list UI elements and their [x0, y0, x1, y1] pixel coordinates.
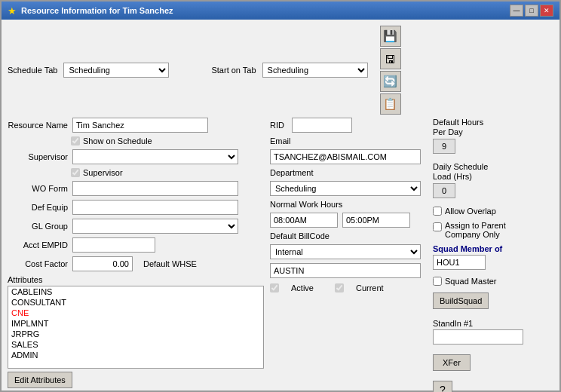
- supervisor-checkbox-row: Supervisor: [71, 168, 264, 177]
- def-equip-input[interactable]: [72, 200, 238, 215]
- default-billcode-input-row: Internal: [270, 244, 427, 259]
- default-billcode-label: Default BillCode: [270, 231, 330, 240]
- squad-master-checkbox[interactable]: [433, 277, 442, 286]
- rid-input[interactable]: [292, 118, 352, 133]
- start-on-tab-select[interactable]: Scheduling: [262, 63, 368, 78]
- daily-load-section: Daily Schedule Load (Hrs) 0: [433, 162, 488, 198]
- show-on-schedule-row: Show on Schedule: [71, 136, 264, 145]
- title-bar: ★ Resource Information for Tim Sanchez —…: [2, 2, 559, 20]
- list-item[interactable]: CONSULTANT: [8, 297, 263, 308]
- top-controls-row: Schedule Tab Scheduling Start on Tab Sch…: [8, 26, 553, 115]
- list-item[interactable]: CABLEINS: [8, 286, 263, 297]
- assign-parent-row: Assign to Parent Company Only: [433, 221, 506, 239]
- content-area: Schedule Tab Scheduling Start on Tab Sch…: [2, 20, 559, 392]
- start-on-tab-label: Start on Tab: [211, 66, 256, 75]
- acct-empid-input[interactable]: [72, 237, 155, 253]
- resource-name-row: Resource Name: [8, 118, 264, 133]
- left-column: Resource Name Show on Schedule Superviso…: [8, 118, 264, 392]
- email-input[interactable]: [270, 149, 421, 164]
- schedule-tab-label: Schedule Tab: [8, 66, 57, 75]
- active-checkbox: [270, 283, 279, 292]
- acct-empid-row: Acct EMPID: [8, 237, 264, 253]
- assign-parent-checkbox[interactable]: [433, 222, 442, 231]
- active-label: Active: [291, 283, 314, 292]
- wo-form-row: WO Form: [8, 181, 264, 196]
- default-hours-label2: Per Day: [433, 127, 463, 136]
- work-hours-end-input[interactable]: [342, 213, 410, 228]
- far-right-column: Default Hours Per Day 9 Daily Schedule L…: [433, 118, 553, 392]
- default-whse-input-row: [270, 263, 427, 278]
- cost-factor-row: Cost Factor Default WHSE: [8, 256, 264, 271]
- bottom-row: Edit Attributes: [8, 372, 264, 388]
- list-item[interactable]: SALES: [8, 339, 263, 350]
- assign-parent-label2: Company Only: [445, 230, 506, 239]
- copy-icon-button[interactable]: 📋: [380, 93, 401, 115]
- standin-label: StandIn #1: [433, 319, 523, 328]
- attributes-list[interactable]: CABLEINS CONSULTANT CNE IMPLMNT JRPRG SA…: [8, 286, 264, 369]
- assign-parent-labels: Assign to Parent Company Only: [445, 221, 506, 239]
- main-layout: Resource Name Show on Schedule Superviso…: [8, 118, 553, 392]
- email-row: Email: [270, 136, 427, 145]
- work-hours-start-input[interactable]: [270, 213, 338, 228]
- allow-overlap-checkbox[interactable]: [433, 207, 442, 216]
- show-on-schedule-checkbox: [71, 136, 80, 145]
- standin-section: StandIn #1: [433, 319, 523, 345]
- default-hours-section: Default Hours Per Day 9: [433, 118, 483, 154]
- def-equip-label: Def Equip: [8, 203, 68, 212]
- def-equip-row: Def Equip: [8, 200, 264, 215]
- rid-label: RID: [270, 121, 284, 130]
- department-input-row: Scheduling: [270, 181, 427, 196]
- wo-form-input[interactable]: [72, 181, 238, 196]
- department-row: Department: [270, 168, 427, 177]
- standin-input[interactable]: [433, 329, 523, 345]
- list-item[interactable]: IMPLMNT: [8, 318, 263, 329]
- daily-load-label2: Load (Hrs): [433, 172, 472, 181]
- close-button[interactable]: ✕: [540, 5, 553, 17]
- disk-icon-button[interactable]: 🖫: [380, 48, 401, 69]
- xfer-button[interactable]: XFer: [433, 354, 471, 371]
- default-hours-label1: Default Hours: [433, 118, 483, 127]
- gl-group-select[interactable]: [72, 219, 238, 234]
- default-whse-input[interactable]: [270, 263, 421, 278]
- gl-group-label: GL Group: [8, 222, 68, 231]
- active-current-row: Active Current: [270, 283, 427, 292]
- daily-load-value: 0: [433, 183, 455, 198]
- normal-hours-inputs: [270, 213, 427, 228]
- refresh-icon-button[interactable]: 🔄: [380, 71, 401, 92]
- list-item[interactable]: CNE: [8, 308, 263, 318]
- allow-overlap-row: Allow Overlap: [433, 207, 496, 216]
- department-select[interactable]: Scheduling: [270, 181, 421, 196]
- list-item[interactable]: ADMIN: [8, 350, 263, 360]
- maximize-button[interactable]: □: [525, 5, 538, 17]
- supervisor-checkbox: [71, 168, 80, 177]
- title-bar-left: ★ Resource Information for Tim Sanchez: [8, 5, 173, 17]
- current-label: Current: [356, 283, 384, 292]
- cost-factor-label: Cost Factor: [8, 259, 68, 268]
- resource-name-label: Resource Name: [8, 121, 68, 130]
- resource-name-input[interactable]: [72, 118, 208, 133]
- supervisor-checkbox-label: Supervisor: [83, 168, 123, 177]
- cost-factor-input[interactable]: [72, 256, 133, 271]
- squad-member-input[interactable]: [433, 255, 486, 270]
- minimize-button[interactable]: —: [510, 5, 523, 17]
- daily-load-label1: Daily Schedule: [433, 162, 488, 171]
- window-icon: ★: [8, 5, 17, 17]
- edit-attributes-button[interactable]: Edit Attributes: [8, 372, 72, 388]
- current-checkbox: [335, 283, 344, 292]
- help-button[interactable]: ?: [433, 381, 452, 392]
- default-billcode-select[interactable]: Internal: [270, 244, 421, 259]
- gl-group-row: GL Group: [8, 219, 264, 234]
- supervisor-select[interactable]: [72, 149, 238, 164]
- buildsquad-button[interactable]: BuildSquad: [433, 292, 489, 309]
- supervisor-row: Supervisor: [8, 149, 264, 164]
- save-icon-button[interactable]: 💾: [380, 26, 401, 47]
- email-label: Email: [270, 136, 291, 145]
- schedule-tab-select[interactable]: Scheduling: [63, 63, 169, 78]
- list-item[interactable]: JRPRG: [8, 329, 263, 339]
- show-on-schedule-label: Show on Schedule: [83, 136, 152, 145]
- acct-empid-label: Acct EMPID: [8, 240, 68, 250]
- window-title: Resource Information for Tim Sanchez: [21, 6, 173, 15]
- action-buttons: 💾 🖫 🔄 📋: [380, 26, 401, 115]
- allow-overlap-label: Allow Overlap: [445, 207, 496, 216]
- squad-master-label: Squad Master: [445, 277, 496, 286]
